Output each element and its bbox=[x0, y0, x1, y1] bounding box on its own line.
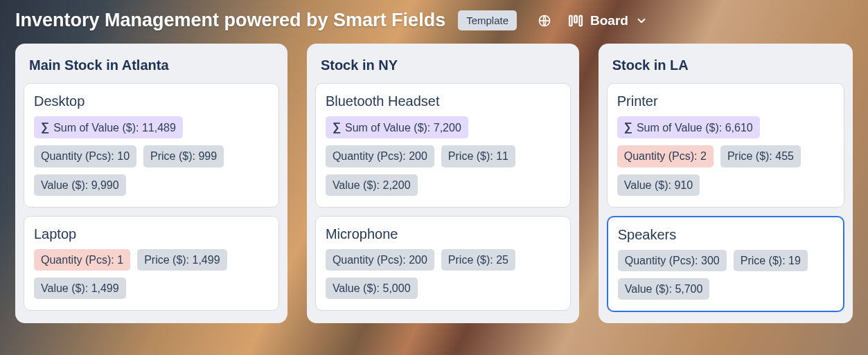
inventory-card[interactable]: LaptopQuantity (Pcs): 1Price ($): 1,499V… bbox=[24, 216, 279, 311]
globe-icon[interactable] bbox=[538, 14, 551, 28]
sigma-icon: ∑ bbox=[41, 120, 49, 134]
value-pill: Value ($): 1,499 bbox=[34, 277, 126, 299]
pill-row: Value ($): 5,000 bbox=[326, 277, 560, 299]
board-column: Stock in LAPrinter∑Sum of Value ($): 6,6… bbox=[599, 44, 853, 323]
price-pill: Price ($): 999 bbox=[143, 145, 224, 167]
pill-row: Value ($): 1,499 bbox=[34, 277, 269, 299]
svg-rect-3 bbox=[579, 15, 582, 25]
pill-row: Quantity (Pcs): 2Price ($): 455 bbox=[617, 145, 834, 167]
value-pill: Value ($): 910 bbox=[617, 174, 700, 196]
board-column: Main Stock in AtlantaDesktop∑Sum of Valu… bbox=[15, 44, 287, 323]
pill-row: ∑Sum of Value ($): 6,610 bbox=[617, 116, 834, 138]
value-pill: Value ($): 5,000 bbox=[326, 277, 418, 299]
chevron-down-icon bbox=[635, 15, 648, 27]
inventory-card[interactable]: Printer∑Sum of Value ($): 6,610Quantity … bbox=[607, 83, 844, 208]
quantity-pill: Quantity (Pcs): 2 bbox=[617, 145, 714, 167]
card-title: Speakers bbox=[618, 227, 833, 243]
inventory-card[interactable]: SpeakersQuantity (Pcs): 300Price ($): 19… bbox=[607, 216, 844, 312]
sigma-icon: ∑ bbox=[624, 120, 632, 134]
header-bar: Inventory Management powered by Smart Fi… bbox=[0, 0, 868, 44]
svg-rect-1 bbox=[569, 15, 572, 25]
value-pill: Value ($): 9,990 bbox=[34, 174, 126, 196]
card-title: Printer bbox=[617, 93, 834, 109]
inventory-card[interactable]: Bluetooth Headset∑Sum of Value ($): 7,20… bbox=[315, 83, 571, 208]
card-title: Microphone bbox=[326, 226, 560, 242]
column-title: Main Stock in Atlanta bbox=[24, 53, 279, 83]
pill-row: Value ($): 910 bbox=[617, 174, 834, 196]
value-pill: Value ($): 2,200 bbox=[326, 174, 418, 196]
price-pill: Price ($): 25 bbox=[441, 249, 515, 271]
pill-row: ∑Sum of Value ($): 11,489 bbox=[34, 116, 269, 138]
pill-row: Value ($): 9,990 bbox=[34, 174, 269, 196]
sum-value: Sum of Value ($): 11,489 bbox=[53, 121, 176, 134]
quantity-pill: Quantity (Pcs): 200 bbox=[326, 249, 434, 271]
quantity-pill: Quantity (Pcs): 300 bbox=[618, 250, 727, 271]
pill-row: Quantity (Pcs): 200Price ($): 11 bbox=[326, 145, 560, 167]
pill-row: Value ($): 5,700 bbox=[618, 278, 833, 300]
inventory-card[interactable]: MicrophoneQuantity (Pcs): 200Price ($): … bbox=[315, 216, 571, 311]
board-area: Main Stock in AtlantaDesktop∑Sum of Valu… bbox=[0, 44, 868, 337]
pill-row: Quantity (Pcs): 10Price ($): 999 bbox=[34, 145, 269, 167]
column-title: Stock in NY bbox=[315, 53, 571, 83]
sum-value: Sum of Value ($): 6,610 bbox=[637, 121, 753, 134]
pill-row: Quantity (Pcs): 1Price ($): 1,499 bbox=[34, 249, 269, 271]
view-switcher[interactable]: Board bbox=[568, 13, 648, 28]
quantity-pill: Quantity (Pcs): 10 bbox=[34, 145, 136, 167]
quantity-pill: Quantity (Pcs): 1 bbox=[34, 249, 130, 271]
template-badge[interactable]: Template bbox=[458, 10, 517, 30]
pill-row: ∑Sum of Value ($): 7,200 bbox=[326, 116, 560, 138]
sum-pill: ∑Sum of Value ($): 7,200 bbox=[326, 116, 468, 138]
sum-value: Sum of Value ($): 7,200 bbox=[345, 121, 461, 134]
sum-pill: ∑Sum of Value ($): 6,610 bbox=[617, 116, 760, 138]
sigma-icon: ∑ bbox=[333, 120, 341, 134]
board-column: Stock in NYBluetooth Headset∑Sum of Valu… bbox=[307, 44, 579, 323]
view-label: Board bbox=[590, 13, 628, 28]
price-pill: Price ($): 455 bbox=[720, 145, 801, 167]
card-title: Desktop bbox=[34, 93, 269, 109]
column-title: Stock in LA bbox=[607, 53, 844, 83]
svg-rect-2 bbox=[574, 15, 577, 22]
board-icon bbox=[568, 15, 583, 27]
card-title: Laptop bbox=[34, 226, 269, 242]
value-pill: Value ($): 5,700 bbox=[618, 278, 710, 300]
pill-row: Value ($): 2,200 bbox=[326, 174, 560, 196]
price-pill: Price ($): 19 bbox=[734, 250, 808, 271]
card-title: Bluetooth Headset bbox=[326, 93, 560, 109]
pill-row: Quantity (Pcs): 300Price ($): 19 bbox=[618, 250, 833, 271]
header-right: Board bbox=[538, 13, 648, 28]
sum-pill: ∑Sum of Value ($): 11,489 bbox=[34, 116, 183, 138]
pill-row: Quantity (Pcs): 200Price ($): 25 bbox=[326, 249, 560, 271]
page-title: Inventory Management powered by Smart Fi… bbox=[15, 10, 445, 31]
inventory-card[interactable]: Desktop∑Sum of Value ($): 11,489Quantity… bbox=[24, 83, 279, 208]
quantity-pill: Quantity (Pcs): 200 bbox=[326, 145, 434, 167]
price-pill: Price ($): 11 bbox=[441, 145, 515, 167]
price-pill: Price ($): 1,499 bbox=[137, 249, 227, 271]
